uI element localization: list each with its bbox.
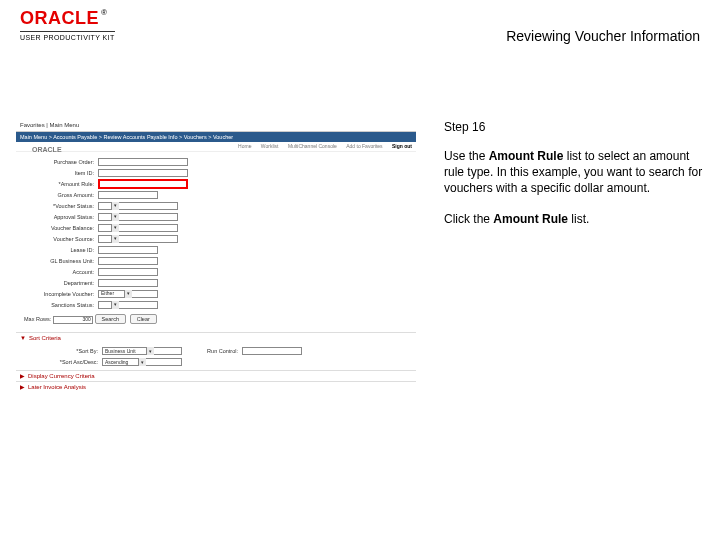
nav-favorites[interactable]: Add to Favorites [346, 143, 382, 149]
chevron-down-icon: ▾ [124, 290, 132, 298]
label-max-rows: Max Rows: [24, 316, 51, 322]
nav-multichannel[interactable]: MultiChannel Console [288, 143, 337, 149]
step-label: Step 16 [444, 120, 704, 134]
nav-worklist[interactable]: Worklist [261, 143, 279, 149]
search-form: Purchase Order: Item ID: *Amount Rule: G… [16, 152, 416, 332]
upk-subtitle: USER PRODUCTIVITY KIT [20, 31, 115, 41]
incomplete-voucher-select[interactable]: Either▾ [98, 290, 158, 298]
voucher-source-select[interactable]: ▾ [98, 235, 178, 243]
chevron-down-icon: ▾ [138, 358, 146, 366]
item-id-input[interactable] [98, 169, 188, 177]
instruction-panel: Step 16 Use the Amount Rule list to sele… [444, 120, 704, 241]
voucher-status-select[interactable]: ▾ [98, 202, 178, 210]
nav-home[interactable]: Home [238, 143, 251, 149]
mini-oracle-brand: ORACLE [28, 144, 66, 156]
purchase-order-input[interactable] [98, 158, 188, 166]
oracle-logo: ORACLE® USER PRODUCTIVITY KIT [20, 8, 115, 41]
chevron-down-icon: ▾ [111, 301, 119, 309]
nav-signout[interactable]: Sign out [392, 143, 412, 149]
triangle-down-icon: ▼ [20, 335, 26, 341]
label-sanctions-status: Sanctions Status: [20, 302, 98, 308]
search-button[interactable]: Search [95, 314, 126, 324]
chevron-down-icon: ▾ [146, 347, 154, 355]
label-sort-by: *Sort By: [24, 348, 102, 354]
chevron-down-icon: ▾ [111, 202, 119, 210]
label-gross-amount: Gross Amount: [20, 192, 98, 198]
triangle-right-icon: ▶ [20, 384, 25, 390]
lease-id-input[interactable] [98, 246, 158, 254]
mini-subnav: ORACLE Home Worklist MultiChannel Consol… [16, 142, 416, 153]
label-voucher-source: Voucher Source: [20, 236, 98, 242]
sort-asc-select[interactable]: Ascending▾ [102, 358, 182, 366]
instruction-action: Click the Amount Rule list. [444, 211, 704, 227]
page-title: Reviewing Voucher Information [506, 28, 700, 44]
section-sort-criteria[interactable]: ▼Sort Criteria [16, 332, 416, 344]
label-voucher-status: *Voucher Status: [20, 203, 98, 209]
clear-button[interactable]: Clear [130, 314, 157, 324]
label-approval-status: Approval Status: [20, 214, 98, 220]
section-later-invoice[interactable]: ▶Later Invoice Analysis [16, 381, 416, 393]
label-amount-rule: *Amount Rule: [20, 181, 98, 187]
run-control-input[interactable] [242, 347, 302, 355]
sanctions-status-select[interactable]: ▾ [98, 301, 158, 309]
label-gl-business-unit: GL Business Unit: [20, 258, 98, 264]
instruction-body: Use the Amount Rule list to select an am… [444, 148, 704, 197]
max-rows-input[interactable]: 300 [53, 316, 93, 324]
sort-by-select[interactable]: Business Unit▾ [102, 347, 182, 355]
trademark: ® [101, 8, 107, 17]
chevron-down-icon: ▾ [111, 224, 119, 232]
chevron-down-icon: ▾ [111, 235, 119, 243]
gross-amount-input[interactable] [98, 191, 158, 199]
triangle-right-icon: ▶ [20, 373, 25, 379]
label-item-id: Item ID: [20, 170, 98, 176]
label-account: Account: [20, 269, 98, 275]
breadcrumb: Main Menu > Accounts Payable > Review Ac… [16, 132, 416, 142]
brand-text: ORACLE [20, 8, 99, 28]
sort-criteria-body: *Sort By: Business Unit▾ Run Control: *S… [16, 344, 416, 370]
department-input[interactable] [98, 279, 158, 287]
label-run-control: Run Control: [182, 348, 242, 354]
amount-rule-select[interactable] [98, 179, 188, 189]
section-display-currency[interactable]: ▶Display Currency Criteria [16, 370, 416, 382]
mini-topnav: Favorites | Main Menu [16, 120, 416, 132]
voucher-balance-select[interactable]: ▾ [98, 224, 178, 232]
label-voucher-balance: Voucher Balance: [20, 225, 98, 231]
label-sort-asc: *Sort Asc/Desc: [24, 359, 102, 365]
account-input[interactable] [98, 268, 158, 276]
label-incomplete-voucher: Incomplete Voucher: [20, 291, 98, 297]
application-screenshot: Favorites | Main Menu Main Menu > Accoun… [16, 120, 416, 393]
approval-status-select[interactable]: ▾ [98, 213, 178, 221]
label-lease-id: Lease ID: [20, 247, 98, 253]
gl-bu-input[interactable] [98, 257, 158, 265]
label-purchase-order: Purchase Order: [20, 159, 98, 165]
chevron-down-icon: ▾ [111, 213, 119, 221]
button-row: Max Rows: 300 Search Clear [20, 310, 412, 328]
label-department: Department: [20, 280, 98, 286]
